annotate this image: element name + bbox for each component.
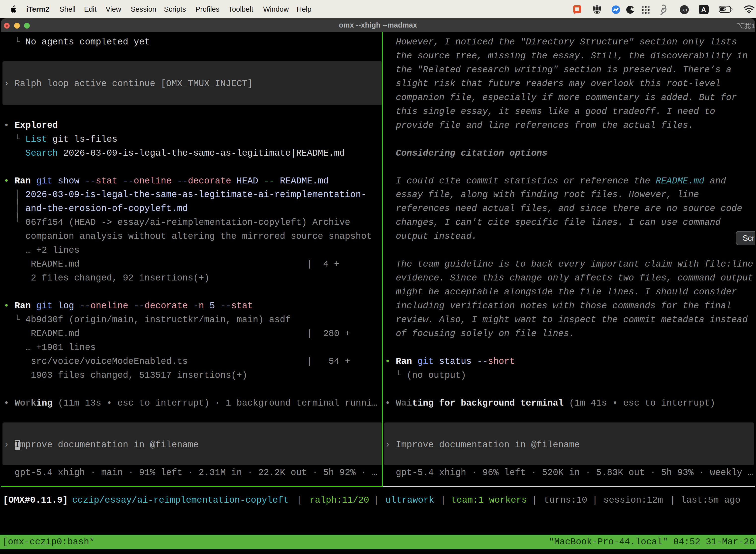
svg-text:A: A: [701, 6, 706, 13]
svg-text:..61: ..61: [681, 8, 687, 12]
svg-text:1: 1: [752, 22, 755, 29]
